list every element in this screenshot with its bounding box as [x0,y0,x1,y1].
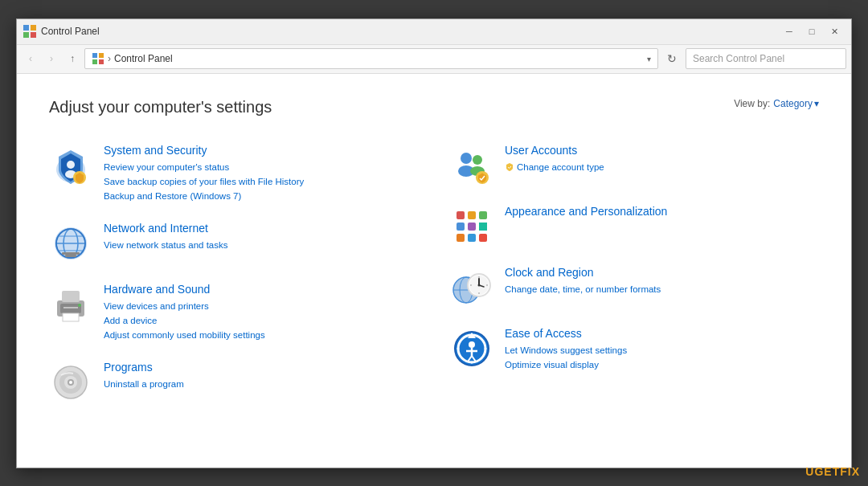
category-system-security: System and Security Review your computer… [49,141,418,207]
svg-rect-3 [31,32,36,38]
svg-rect-42 [479,223,487,231]
svg-rect-43 [457,234,465,242]
search-field[interactable]: Search Control Panel [686,48,846,69]
maximize-button[interactable]: □ [801,23,822,39]
svg-rect-26 [63,313,79,321]
svg-rect-0 [23,25,29,31]
users-link-1[interactable]: Change account type [505,160,604,177]
clock-text: Clock and Region Change date, time, or n… [505,266,661,296]
refresh-button[interactable]: ↻ [661,48,682,69]
programs-title[interactable]: Programs [104,361,184,374]
content-area: Adjust your computer's settings View by:… [17,74,851,468]
back-button[interactable]: ‹ [22,50,39,67]
search-placeholder: Search Control Panel [693,53,784,64]
system-security-link-1[interactable]: Review your computer's status [104,160,304,174]
watermark-suffix: FIX [840,465,860,478]
svg-point-31 [69,381,72,384]
hardware-link-3[interactable]: Adjust commonly used mobility settings [104,328,265,342]
svg-rect-39 [479,211,487,219]
hardware-title[interactable]: Hardware and Sound [104,283,265,296]
ease-icon [450,327,493,370]
watermark: UGETFIX [805,465,860,478]
svg-rect-38 [468,211,476,219]
svg-rect-41 [468,223,476,231]
users-icon [450,144,493,187]
control-panel-window: Control Panel ─ □ ✕ ‹ › ↑ › Control Pane… [16,18,852,468]
category-hardware: Hardware and Sound View devices and prin… [49,280,418,346]
network-title[interactable]: Network and Internet [104,222,227,235]
appearance-icon [450,205,493,248]
programs-icon [49,361,92,404]
svg-point-25 [78,304,81,307]
clock-link-1[interactable]: Change date, time, or number formats [505,282,661,296]
address-field[interactable]: › Control Panel ▾ [84,48,658,69]
category-network: Network and Internet View network status… [49,218,418,268]
hardware-link-1[interactable]: View devices and printers [104,299,265,313]
svg-rect-5 [99,53,104,58]
system-security-text: System and Security Review your computer… [104,144,304,204]
address-dropdown-arrow[interactable]: ▾ [647,55,651,63]
users-title[interactable]: User Accounts [505,144,604,157]
system-security-title[interactable]: System and Security [104,144,304,157]
svg-point-61 [469,341,475,348]
clock-icon [450,266,493,309]
svg-rect-2 [23,32,29,38]
titlebar-icon [23,25,36,38]
network-link-1[interactable]: View network status and tasks [104,238,227,252]
categories-grid: System and Security Review your computer… [49,141,819,407]
categories-left: System and Security Review your computer… [49,141,418,407]
breadcrumb: › Control Panel [92,52,173,65]
shield-badge-icon [505,162,514,172]
page-title: Adjust your computer's settings [49,98,272,116]
page-header: Adjust your computer's settings View by:… [49,98,819,116]
watermark-prefix: UGET [805,465,840,478]
network-text: Network and Internet View network status… [104,222,227,252]
breadcrumb-separator: › [108,53,111,64]
programs-text: Programs Uninstall a program [104,361,184,391]
hardware-text: Hardware and Sound View devices and prin… [104,283,265,343]
system-security-link-3[interactable]: Backup and Restore (Windows 7) [104,189,304,203]
ease-title[interactable]: Ease of Access [505,327,627,340]
svg-rect-1 [31,25,36,31]
svg-rect-24 [63,307,78,308]
users-text: User Accounts Change account type [505,144,604,177]
category-ease: Ease of Access Let Windows suggest setti… [450,324,819,376]
ease-link-1[interactable]: Let Windows suggest settings [505,343,627,357]
ease-link-2[interactable]: Optimize visual display [505,357,627,372]
breadcrumb-current: Control Panel [114,53,173,64]
category-clock: Clock and Region Change date, time, or n… [450,263,819,312]
titlebar: Control Panel ─ □ ✕ [17,19,851,45]
category-appearance: Appearance and Personalization [450,202,819,251]
category-users: User Accounts Change account type [450,141,819,190]
svg-rect-4 [92,53,97,58]
network-icon [49,222,92,265]
hardware-link-2[interactable]: Add a device [104,313,265,328]
up-button[interactable]: ↑ [63,50,81,67]
svg-rect-7 [99,59,104,64]
forward-button[interactable]: › [43,50,60,67]
system-security-link-2[interactable]: Save backup copies of your files with Fi… [104,174,304,189]
breadcrumb-icon [92,52,104,65]
system-security-icon [49,144,92,187]
clock-title[interactable]: Clock and Region [505,266,661,279]
svg-rect-6 [92,59,97,64]
svg-point-9 [67,161,75,169]
programs-link-1[interactable]: Uninstall a program [104,377,184,391]
svg-rect-37 [457,211,465,219]
close-button[interactable]: ✕ [824,23,845,39]
ease-text: Ease of Access Let Windows suggest setti… [505,327,627,373]
appearance-title[interactable]: Appearance and Personalization [505,205,667,218]
appearance-text: Appearance and Personalization [505,205,667,221]
view-by: View by: Category ▾ [734,98,819,109]
minimize-button[interactable]: ─ [779,23,800,39]
svg-rect-44 [468,234,476,242]
categories-right: User Accounts Change account type [450,141,819,407]
view-by-dropdown[interactable]: Category ▾ [773,98,819,109]
svg-point-34 [473,155,482,165]
svg-point-53 [478,284,481,286]
svg-rect-45 [479,234,487,242]
view-by-label: View by: [734,98,770,109]
addressbar: ‹ › ↑ › Control Panel ▾ ↻ Search Control… [17,45,851,74]
svg-rect-40 [457,223,465,231]
category-programs: Programs Uninstall a program [49,357,418,407]
